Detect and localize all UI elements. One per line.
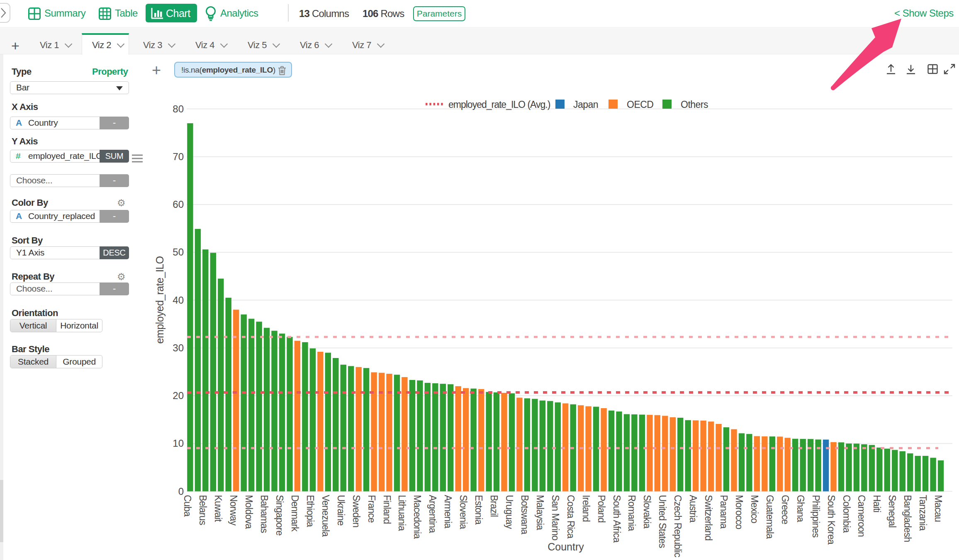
svg-text:Greece: Greece xyxy=(780,495,791,524)
svg-text:Moldova: Moldova xyxy=(243,495,254,529)
svg-text:Venezuela: Venezuela xyxy=(320,495,331,537)
svg-text:60: 60 xyxy=(173,199,184,210)
svg-text:Finland: Finland xyxy=(382,495,392,524)
svg-text:Others: Others xyxy=(681,99,708,110)
svg-text:employed_rate_ILO (Avg.): employed_rate_ILO (Avg.) xyxy=(448,99,550,110)
svg-text:United States: United States xyxy=(657,495,668,548)
svg-text:OECD: OECD xyxy=(627,99,653,110)
svg-text:Uruguay: Uruguay xyxy=(504,495,515,529)
svg-text:Guatemala: Guatemala xyxy=(764,495,775,539)
svg-text:Cuba: Cuba xyxy=(182,495,193,517)
svg-text:Ireland: Ireland xyxy=(581,495,591,522)
svg-text:Cameroon: Cameroon xyxy=(856,495,867,537)
svg-text:50: 50 xyxy=(173,246,184,258)
svg-text:San Marino: San Marino xyxy=(550,495,561,541)
svg-text:Ghana: Ghana xyxy=(795,495,806,522)
svg-text:France: France xyxy=(366,495,377,523)
svg-text:Austria: Austria xyxy=(688,495,699,523)
svg-text:Sweden: Sweden xyxy=(351,495,362,527)
svg-text:20: 20 xyxy=(173,390,184,401)
svg-text:Brazil: Brazil xyxy=(489,495,499,517)
svg-text:Bahamas: Bahamas xyxy=(259,495,270,533)
svg-text:Country: Country xyxy=(548,541,584,553)
svg-text:Malaysia: Malaysia xyxy=(535,495,545,530)
svg-text:Panama: Panama xyxy=(718,495,729,529)
svg-text:employed_rate_ILO: employed_rate_ILO xyxy=(154,256,166,343)
svg-text:South Korea: South Korea xyxy=(826,495,837,545)
svg-text:South Africa: South Africa xyxy=(611,495,622,543)
svg-text:Bangladesh: Bangladesh xyxy=(902,495,913,542)
svg-text:70: 70 xyxy=(173,151,184,162)
svg-text:Japan: Japan xyxy=(573,99,598,110)
svg-text:Estonia: Estonia xyxy=(473,495,484,525)
svg-text:Slovenia: Slovenia xyxy=(458,495,469,529)
svg-text:Costa Rica: Costa Rica xyxy=(565,495,576,538)
svg-text:Poland: Poland xyxy=(596,495,607,523)
svg-text:Lithuania: Lithuania xyxy=(397,495,407,531)
svg-text:Denmark: Denmark xyxy=(290,495,300,532)
svg-text:Slovakia: Slovakia xyxy=(642,495,652,529)
svg-text:Colombia: Colombia xyxy=(841,495,852,533)
svg-text:Norway: Norway xyxy=(228,495,239,526)
svg-text:Switzerland: Switzerland xyxy=(703,495,714,541)
svg-text:Belarus: Belarus xyxy=(197,495,208,525)
svg-text:Romania: Romania xyxy=(626,495,637,531)
svg-text:40: 40 xyxy=(173,295,184,306)
svg-text:Ethiopia: Ethiopia xyxy=(305,495,316,527)
svg-text:Philippines: Philippines xyxy=(811,495,821,538)
svg-text:30: 30 xyxy=(173,342,184,353)
svg-text:Czech Republic: Czech Republic xyxy=(672,495,683,557)
svg-text:Tanzania: Tanzania xyxy=(918,495,928,531)
svg-text:Haiti: Haiti xyxy=(871,495,882,512)
svg-text:10: 10 xyxy=(173,438,184,449)
svg-text:80: 80 xyxy=(173,103,184,114)
svg-text:Macedonia: Macedonia xyxy=(412,495,423,539)
svg-text:Senegal: Senegal xyxy=(887,495,898,528)
svg-text:Mexico: Mexico xyxy=(749,495,760,523)
svg-text:Armenia: Armenia xyxy=(443,495,453,528)
svg-text:Singapore: Singapore xyxy=(274,495,285,536)
svg-text:Ukraine: Ukraine xyxy=(336,495,346,526)
svg-text:Argentina: Argentina xyxy=(427,495,438,533)
svg-text:Morocco: Morocco xyxy=(734,495,745,529)
svg-text:Botswana: Botswana xyxy=(519,495,530,535)
svg-text:Kuwait: Kuwait xyxy=(213,495,224,522)
svg-text:Macau: Macau xyxy=(933,495,944,522)
